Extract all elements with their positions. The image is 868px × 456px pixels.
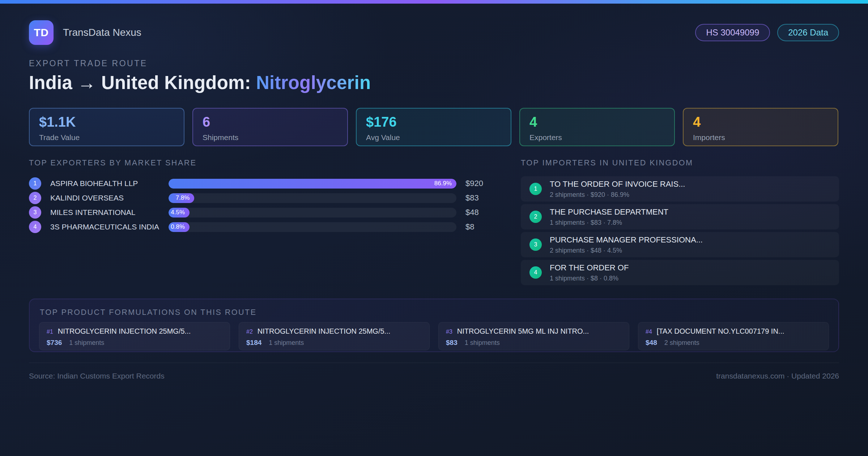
formulations-list: #1 NITROGLYCERIN INJECTION 25MG/5... $73… xyxy=(39,322,829,350)
market-share-percent: 0.8% xyxy=(171,223,185,231)
content-container: TD TransData Nexus HS 30049099 2026 Data… xyxy=(0,20,868,380)
exporter-rank-badge: 1 xyxy=(29,177,41,190)
app-name: TransData Nexus xyxy=(63,27,141,38)
formulation-shipments: 2 shipments xyxy=(664,339,699,347)
importers-heading: TOP IMPORTERS IN UNITED KINGDOM xyxy=(521,159,839,168)
header: TD TransData Nexus HS 30049099 2026 Data xyxy=(29,20,839,45)
stat-label: Exporters xyxy=(529,133,665,142)
market-share-percent: 7.8% xyxy=(176,194,190,202)
formulation-shipments: 1 shipments xyxy=(269,339,304,347)
exporter-trade-value: $8 xyxy=(465,222,499,232)
stat-label: Importers xyxy=(693,133,828,142)
formulation-shipments: 1 shipments xyxy=(465,339,500,347)
formulation-stats-row: $184 1 shipments xyxy=(246,339,422,347)
formulation-stats-row: $48 2 shipments xyxy=(646,339,821,347)
stat-value: $176 xyxy=(366,114,501,130)
importer-rank-badge: 2 xyxy=(529,211,542,223)
stat-value: 6 xyxy=(203,114,338,130)
stat-value: 4 xyxy=(693,114,828,130)
market-share-percent: 86.9% xyxy=(434,180,452,187)
stats-row: $1.1K Trade Value 6 Shipments $176 Avg V… xyxy=(29,108,839,146)
market-share-percent: 4.5% xyxy=(171,209,185,216)
importer-card[interactable]: 2 THE PURCHASE DEPARTMENT 1 shipments · … xyxy=(521,204,839,229)
importer-meta: 1 shipments · $83 · 7.8% xyxy=(550,219,668,227)
exporter-row[interactable]: 4 3S PHARMACEUTICALS INDIA P... 0.8% $8 xyxy=(29,220,499,234)
formulation-card[interactable]: #4 [TAX DOCUMENT NO.YLC007179 IN... $48 … xyxy=(638,322,829,350)
eyebrow-label: EXPORT TRADE ROUTE xyxy=(29,59,839,68)
importer-meta: 2 shipments · $48 · 4.5% xyxy=(550,247,703,254)
importer-rank-badge: 3 xyxy=(529,238,542,251)
formulation-rank: #4 xyxy=(646,329,652,335)
two-column-section: TOP EXPORTERS BY MARKET SHARE 1 ASPIRA B… xyxy=(29,159,839,288)
formulations-heading: TOP PRODUCT FORMULATIONS ON THIS ROUTE xyxy=(40,308,829,317)
formulation-card[interactable]: #3 NITROGLYCERIN 5MG ML INJ NITRO... $83… xyxy=(438,322,629,350)
year-data-badge[interactable]: 2026 Data xyxy=(777,24,839,41)
brand-logo[interactable]: TD xyxy=(29,20,54,45)
formulation-card[interactable]: #2 NITROGLYCERIN INJECTION 25MG/5... $18… xyxy=(239,322,430,350)
formulation-rank: #1 xyxy=(47,329,53,335)
formulation-rank: #3 xyxy=(446,329,452,335)
importer-card[interactable]: 1 TO THE ORDER OF INVOICE RAIS... 2 ship… xyxy=(521,176,839,202)
exporter-rank-badge: 4 xyxy=(29,221,41,233)
footer-site-link[interactable]: transdatanexus.com · Updated 2026 xyxy=(716,372,839,380)
stat-card: 4 Importers xyxy=(683,108,838,146)
formulation-name: NITROGLYCERIN INJECTION 25MG/5... xyxy=(258,327,390,335)
market-share-bar-fill: 7.8% xyxy=(169,193,194,203)
formulation-name: NITROGLYCERIN 5MG ML INJ NITRO... xyxy=(457,327,589,335)
exporter-name: 3S PHARMACEUTICALS INDIA P... xyxy=(50,223,159,231)
header-badges: HS 30049099 2026 Data xyxy=(695,24,839,41)
top-accent-bar xyxy=(0,0,868,4)
stat-card: 4 Exporters xyxy=(519,108,675,146)
importer-card[interactable]: 3 PURCHASE MANAGER PROFESSIONA... 2 ship… xyxy=(521,232,839,257)
importers-list: 1 TO THE ORDER OF INVOICE RAIS... 2 ship… xyxy=(521,176,839,285)
formulation-value: $184 xyxy=(246,339,261,347)
importer-info: FOR THE ORDER OF 1 shipments · $8 · 0.8% xyxy=(550,263,629,282)
market-share-bar-fill: 86.9% xyxy=(169,179,456,189)
exporter-rank-badge: 2 xyxy=(29,192,41,204)
exporter-trade-value: $83 xyxy=(465,193,499,203)
formulation-stats-row: $736 1 shipments xyxy=(47,339,222,347)
exporter-row[interactable]: 2 KALINDI OVERSEAS 7.8% $83 xyxy=(29,191,499,205)
hs-code-badge[interactable]: HS 30049099 xyxy=(695,24,770,41)
stat-card: $1.1K Trade Value xyxy=(29,108,184,146)
exporters-list: 1 ASPIRA BIOHEALTH LLP 86.9% $920 2 KALI… xyxy=(29,176,499,234)
formulation-value: $736 xyxy=(47,339,62,347)
exporters-heading: TOP EXPORTERS BY MARKET SHARE xyxy=(29,159,499,168)
footer-source: Source: Indian Customs Export Records xyxy=(29,372,165,380)
importers-section: TOP IMPORTERS IN UNITED KINGDOM 1 TO THE… xyxy=(521,159,839,288)
market-share-bar-fill: 0.8% xyxy=(169,222,190,232)
importer-rank-badge: 1 xyxy=(529,183,542,195)
page-title-route: India → United Kingdom: xyxy=(29,72,256,93)
formulations-panel: TOP PRODUCT FORMULATIONS ON THIS ROUTE #… xyxy=(29,299,839,352)
importer-rank-badge: 4 xyxy=(529,266,542,279)
formulation-name: NITROGLYCERIN INJECTION 25MG/5... xyxy=(58,327,191,335)
exporter-name: ASPIRA BIOHEALTH LLP xyxy=(50,179,159,188)
formulation-title-row: #1 NITROGLYCERIN INJECTION 25MG/5... xyxy=(47,327,222,335)
market-share-bar-fill: 4.5% xyxy=(169,208,190,218)
stat-label: Avg Value xyxy=(366,133,501,142)
exporter-rank-badge: 3 xyxy=(29,206,41,219)
market-share-bar-track: 86.9% xyxy=(169,179,456,189)
formulation-title-row: #2 NITROGLYCERIN INJECTION 25MG/5... xyxy=(246,327,422,335)
formulation-value: $83 xyxy=(446,339,458,347)
formulation-card[interactable]: #1 NITROGLYCERIN INJECTION 25MG/5... $73… xyxy=(39,322,230,350)
stat-value: 4 xyxy=(529,114,665,130)
importer-name: PURCHASE MANAGER PROFESSIONA... xyxy=(550,235,703,245)
market-share-bar-track: 4.5% xyxy=(169,208,456,218)
formulation-shipments: 1 shipments xyxy=(69,339,104,347)
importer-meta: 2 shipments · $920 · 86.9% xyxy=(550,191,685,199)
footer: Source: Indian Customs Export Records tr… xyxy=(29,363,839,380)
exporter-name: MILES INTERNATIONAL xyxy=(50,208,159,217)
importer-info: TO THE ORDER OF INVOICE RAIS... 2 shipme… xyxy=(550,180,685,199)
stat-card: 6 Shipments xyxy=(192,108,348,146)
exporter-trade-value: $920 xyxy=(465,179,499,188)
importer-card[interactable]: 4 FOR THE ORDER OF 1 shipments · $8 · 0.… xyxy=(521,260,839,285)
market-share-bar-track: 7.8% xyxy=(169,193,456,203)
stat-card: $176 Avg Value xyxy=(356,108,511,146)
stat-label: Shipments xyxy=(203,133,338,142)
exporter-row[interactable]: 1 ASPIRA BIOHEALTH LLP 86.9% $920 xyxy=(29,176,499,191)
stat-value: $1.1K xyxy=(39,114,174,130)
exporter-row[interactable]: 3 MILES INTERNATIONAL 4.5% $48 xyxy=(29,205,499,220)
importer-info: PURCHASE MANAGER PROFESSIONA... 2 shipme… xyxy=(550,235,703,254)
formulation-stats-row: $83 1 shipments xyxy=(446,339,622,347)
